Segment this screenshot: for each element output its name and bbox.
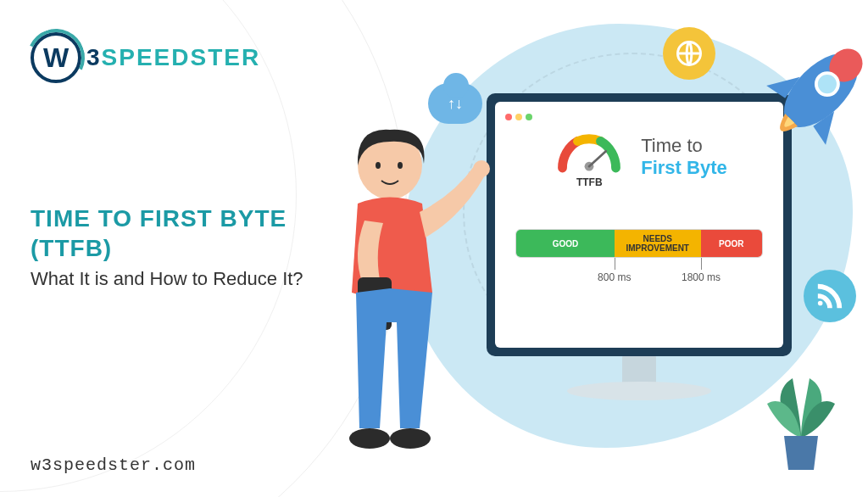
threshold-ticks: 800 ms 1800 ms	[515, 258, 763, 292]
plant-icon	[754, 344, 848, 472]
svg-point-11	[349, 428, 390, 449]
monitor-frame: TTFB Time to First Byte GOOD NEEDS IMPRO…	[487, 93, 792, 356]
logo-word: SPEEDSTER	[102, 44, 261, 70]
segment-poor: POOR	[701, 230, 763, 257]
gauge-meter-icon: TTFB	[551, 127, 627, 187]
rss-icon	[804, 270, 856, 322]
globe-icon	[663, 27, 715, 80]
segment-needs-improvement: NEEDS IMPROVEMENT	[615, 230, 701, 257]
cloud-upload-icon: ↑↓	[428, 83, 482, 124]
window-dots	[505, 109, 536, 124]
gauge-label: TTFB	[551, 176, 627, 188]
person-illustration	[305, 123, 500, 471]
footer-url: w3speedster.com	[31, 455, 196, 475]
svg-point-9	[473, 160, 490, 177]
headline-title: TIME TO FIRST BYTE(TTFB)	[31, 204, 303, 263]
threshold-bar: GOOD NEEDS IMPROVEMENT POOR	[515, 229, 763, 258]
tick-label-2: 1800 ms	[682, 271, 721, 283]
logo-number: 3	[86, 44, 102, 70]
svg-point-12	[390, 428, 431, 449]
headline-subtitle: What It is and How to Reduce It?	[31, 268, 303, 290]
monitor-stand-base	[567, 382, 711, 400]
svg-point-7	[376, 162, 381, 169]
svg-point-8	[398, 162, 403, 169]
brand-logo: W 3SPEEDSTER	[31, 32, 260, 83]
svg-line-5	[589, 151, 606, 166]
segment-good: GOOD	[516, 230, 615, 257]
screen-title: Time to First Byte	[641, 135, 726, 179]
headline-block: TIME TO FIRST BYTE(TTFB) What It is and …	[31, 204, 303, 290]
monitor-screen: TTFB Time to First Byte GOOD NEEDS IMPRO…	[495, 102, 783, 348]
logo-mark: W	[31, 32, 81, 83]
tick-label-1: 800 ms	[598, 271, 631, 283]
